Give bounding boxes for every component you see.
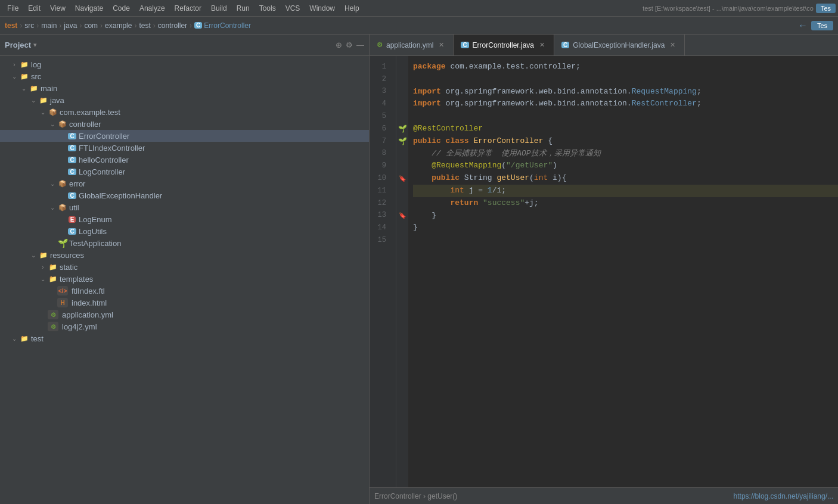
code-line-12: return "success"+j; <box>413 197 838 210</box>
java-enum-icon: E <box>67 214 77 224</box>
breadcrumb-controller[interactable]: controller <box>158 21 187 30</box>
tree-item-log-enum[interactable]: E LogEnum <box>0 213 369 225</box>
breadcrumb-error-controller[interactable]: C ErrorController <box>194 21 251 30</box>
menu-window[interactable]: Window <box>305 0 340 16</box>
menu-analyze[interactable]: Analyze <box>135 0 170 16</box>
menu-tools[interactable]: Tools <box>254 0 281 16</box>
locate-icon[interactable]: ⊕ <box>336 41 342 49</box>
tree-item-controller[interactable]: ⌄ 📦 controller <box>0 118 369 130</box>
status-link: https://blog.csdn.net/yajiliang/... <box>734 492 833 500</box>
breadcrumb-bar: test › src › main › java › com › example… <box>0 17 838 35</box>
tab-global-exception[interactable]: C GlobalExceptionHandler.java ✕ <box>554 35 685 55</box>
spring-gutter-icon-7: 🌱 <box>398 137 407 146</box>
spring-gutter-icon-6: 🌱 <box>398 125 407 133</box>
code-line-6: @RestController <box>413 123 838 135</box>
tab-label-error-ctrl: ErrorController.java <box>473 41 534 49</box>
code-line-13: } <box>413 210 838 222</box>
tree-item-java[interactable]: ⌄ 📁 java <box>0 94 369 106</box>
breadcrumb-java[interactable]: java <box>64 21 77 30</box>
back-button[interactable]: ← <box>798 20 808 31</box>
spring-icon-testapp: 🌱 <box>57 238 68 248</box>
chevron-down-icon-java: ⌄ <box>29 97 38 104</box>
tree-item-log-controller[interactable]: C LogController <box>0 166 369 178</box>
tree-item-ftl-index[interactable]: </> ftlIndex.ftl <box>0 285 369 297</box>
tree-item-test[interactable]: ⌄ 📁 test <box>0 332 369 344</box>
tree-item-com-example-test[interactable]: ⌄ 📦 com.example.test <box>0 106 369 118</box>
menu-edit[interactable]: Edit <box>23 0 45 16</box>
tree-item-ftl-index-controller[interactable]: C FTLIndexController <box>0 142 369 154</box>
folder-icon-java: 📁 <box>38 95 49 105</box>
tree-item-util-pkg[interactable]: ⌄ 📦 util <box>0 201 369 213</box>
tes-breadcrumb-button[interactable]: Tes <box>811 21 833 30</box>
code-line-5 <box>413 110 838 123</box>
tree-item-resources[interactable]: ⌄ 📁 resources <box>0 249 369 261</box>
chevron-down-icon-util: ⌄ <box>48 204 57 211</box>
chevron-down-icon-error: ⌄ <box>48 181 57 187</box>
tab-application-yml[interactable]: ⚙ application.yml ✕ <box>370 35 454 55</box>
code-line-11: int j = 1/i; <box>413 185 838 197</box>
chevron-down-icon-test: ⌄ <box>10 335 19 342</box>
project-sidebar: Project ▾ ⊕ ⚙ — › 📁 log ⌄ 📁 src <box>0 35 370 504</box>
tree-item-test-app[interactable]: 🌱 TestApplication <box>0 237 369 249</box>
code-content[interactable]: package com.example.test.controller; imp… <box>408 56 838 487</box>
tree-item-log[interactable]: › 📁 log <box>0 58 369 70</box>
bookmark-gutter-13: 🔖 <box>399 212 406 219</box>
menu-run[interactable]: Run <box>232 0 254 16</box>
java-class-icon-ftl: C <box>67 143 77 153</box>
tab-close-yml[interactable]: ✕ <box>437 41 446 49</box>
tree-item-log4j2-yml[interactable]: ⚙ log4j2.yml <box>0 321 369 332</box>
tab-label-app-yml: application.yml <box>386 41 433 49</box>
tree-item-static[interactable]: › 📁 static <box>0 261 369 273</box>
tree-item-global-exception[interactable]: C GlobalExceptionHandler <box>0 189 369 201</box>
tes-button[interactable]: Tes <box>816 4 836 13</box>
tree-item-error-pkg[interactable]: ⌄ 📦 error <box>0 178 369 189</box>
chevron-down-icon-controller: ⌄ <box>48 121 57 127</box>
folder-icon-templates: 📁 <box>48 274 58 284</box>
breadcrumb-src[interactable]: src <box>24 21 34 30</box>
settings-icon[interactable]: ⚙ <box>346 41 353 49</box>
chevron-down-icon-main: ⌄ <box>19 85 29 92</box>
ftl-file-icon: </> <box>57 286 68 295</box>
menu-file[interactable]: File <box>2 0 23 16</box>
tree-item-hello-controller[interactable]: C helloController <box>0 154 369 166</box>
tab-close-global[interactable]: ✕ <box>668 41 677 49</box>
breadcrumb-test[interactable]: test <box>5 21 17 30</box>
code-line-4: import org.springframework.web.bind.anno… <box>413 98 838 110</box>
c-icon-tab-global: C <box>561 42 569 48</box>
close-sidebar-icon[interactable]: — <box>356 41 364 49</box>
code-line-7: public class ErrorController { <box>413 135 838 148</box>
code-line-1: package com.example.test.controller; <box>413 61 838 73</box>
tree-item-templates[interactable]: ⌄ 📁 templates <box>0 273 369 285</box>
menu-code[interactable]: Code <box>108 0 135 16</box>
menu-vcs[interactable]: VCS <box>281 0 305 16</box>
menu-view[interactable]: View <box>45 0 70 16</box>
tree-item-index-html[interactable]: H index.html <box>0 297 369 309</box>
folder-icon-main: 📁 <box>29 83 39 93</box>
tree-item-src[interactable]: ⌄ 📁 src <box>0 70 369 82</box>
package-icon: 📦 <box>48 107 58 117</box>
tab-label-global: GlobalExceptionHandler.java <box>573 41 665 49</box>
tree-item-main[interactable]: ⌄ 📁 main <box>0 82 369 94</box>
breadcrumb-example[interactable]: example <box>105 21 132 30</box>
tab-close-error-ctrl[interactable]: ✕ <box>538 41 547 49</box>
code-line-15 <box>413 234 838 247</box>
menu-help[interactable]: Help <box>340 0 364 16</box>
menu-refactor[interactable]: Refactor <box>170 0 206 16</box>
editor-area: ⚙ application.yml ✕ C ErrorController.ja… <box>370 35 838 504</box>
code-line-8: // 全局捕获异常 使用AOP技术，采用异常通知 <box>413 148 838 160</box>
menu-build[interactable]: Build <box>206 0 232 16</box>
tree-item-app-yml[interactable]: ⚙ application.yml <box>0 309 369 321</box>
tree-item-error-controller[interactable]: C ErrorController <box>0 130 369 142</box>
menu-bar: File Edit View Navigate Code Analyze Ref… <box>0 0 838 17</box>
html-file-icon: H <box>57 298 68 307</box>
code-editor: 1 2 3 4 5 6 7 8 9 10 11 12 13 14 15 <box>370 56 838 487</box>
folder-icon-src: 📁 <box>19 71 30 81</box>
tree-item-log-utils[interactable]: C LogUtils <box>0 225 369 237</box>
breadcrumb-test2[interactable]: test <box>139 21 150 30</box>
tab-error-controller[interactable]: C ErrorController.java ✕ <box>454 35 554 55</box>
breadcrumb-com[interactable]: com <box>84 21 98 30</box>
chevron-right-icon-static: › <box>38 264 48 270</box>
breadcrumb-main[interactable]: main <box>41 21 57 30</box>
sidebar-header-icons: ⊕ ⚙ — <box>336 41 364 49</box>
menu-navigate[interactable]: Navigate <box>70 0 108 16</box>
